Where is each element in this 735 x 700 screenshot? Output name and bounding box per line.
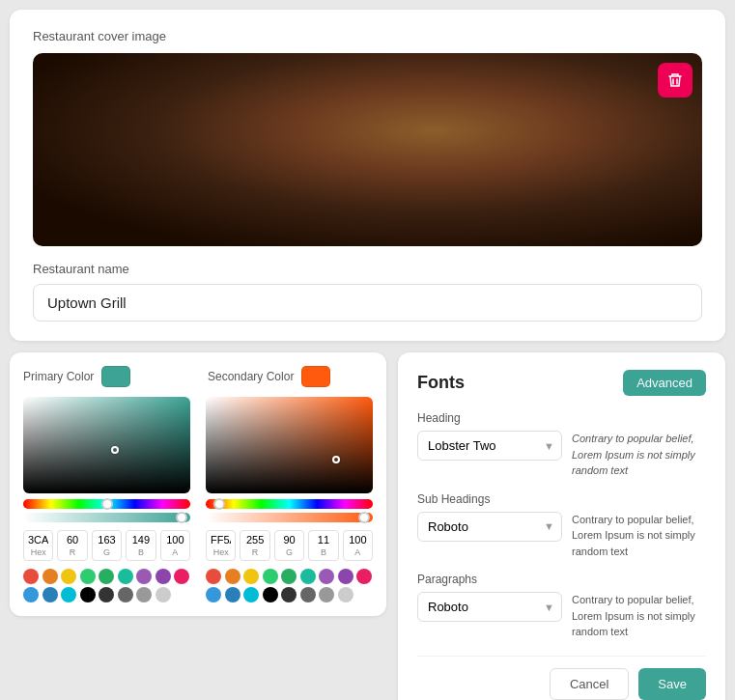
primary-swatch-dot[interactable] xyxy=(118,587,133,602)
primary-g-input[interactable] xyxy=(97,534,117,546)
paragraphs-font-select[interactable]: Roboto xyxy=(417,592,562,622)
secondary-swatch-dot[interactable] xyxy=(243,569,259,584)
secondary-swatch-dot[interactable] xyxy=(263,587,278,602)
save-button[interactable]: Save xyxy=(638,668,706,700)
primary-r-input[interactable] xyxy=(62,534,82,546)
primary-swatch-dot[interactable] xyxy=(99,569,114,584)
heading-select-wrapper: Lobster Two ▼ xyxy=(417,431,562,461)
primary-crosshair xyxy=(111,446,119,454)
primary-swatch-dot[interactable] xyxy=(136,569,152,584)
secondary-swatch-dot[interactable] xyxy=(206,569,221,584)
primary-a-input[interactable] xyxy=(165,534,185,546)
secondary-swatch-dot[interactable] xyxy=(281,569,297,584)
secondary-hue-slider[interactable] xyxy=(206,499,373,509)
paragraphs-select-wrapper: Roboto ▼ xyxy=(417,592,562,622)
primary-alpha-slider[interactable] xyxy=(23,513,190,522)
fonts-panel: Fonts Advanced Heading Lobster Two ▼ Con… xyxy=(398,352,725,700)
primary-swatch-dot[interactable] xyxy=(155,587,171,602)
heading-preview: Contrary to popular belief, Lorem Ipsum … xyxy=(572,431,706,479)
secondary-values-row: Hex R G B A xyxy=(206,530,373,561)
secondary-r-input[interactable] xyxy=(244,534,265,546)
secondary-swatch-dot[interactable] xyxy=(225,587,240,602)
primary-swatch-dot[interactable] xyxy=(136,587,152,602)
secondary-g-input[interactable] xyxy=(279,534,299,546)
primary-swatch-dot[interactable] xyxy=(23,587,39,602)
secondary-gradient-box[interactable] xyxy=(206,397,373,493)
secondary-alpha-thumb xyxy=(358,512,370,523)
delete-image-button[interactable] xyxy=(658,63,693,98)
primary-r-box[interactable]: R xyxy=(57,530,87,561)
paragraphs-preview: Contrary to popular belief, Lorem Ipsum … xyxy=(572,592,706,640)
cancel-button[interactable]: Cancel xyxy=(550,668,629,700)
primary-gradient-box[interactable] xyxy=(23,397,190,493)
secondary-hex-box[interactable]: Hex xyxy=(206,530,236,561)
secondary-swatch-dot[interactable] xyxy=(300,587,316,602)
advanced-button[interactable]: Advanced xyxy=(623,370,706,396)
secondary-b-box[interactable]: B xyxy=(308,530,338,561)
primary-swatch-dot[interactable] xyxy=(61,569,76,584)
primary-swatch-dot[interactable] xyxy=(118,569,133,584)
restaurant-name-input[interactable] xyxy=(33,284,702,322)
primary-swatch-dot[interactable] xyxy=(80,587,96,602)
primary-color-label: Primary Color xyxy=(23,370,94,383)
secondary-swatch-dot[interactable] xyxy=(356,587,372,602)
primary-color-swatch[interactable] xyxy=(101,366,130,387)
primary-hex-input[interactable] xyxy=(28,534,48,546)
primary-swatch-dot[interactable] xyxy=(174,569,189,584)
primary-swatch-dot[interactable] xyxy=(155,569,171,584)
secondary-swatch-dot[interactable] xyxy=(300,569,316,584)
cover-image-container xyxy=(33,53,702,246)
primary-swatches-grid xyxy=(23,569,190,602)
secondary-swatch-dot[interactable] xyxy=(206,587,221,602)
heading-font-section: Heading Lobster Two ▼ Contrary to popula… xyxy=(417,411,706,479)
secondary-swatch-dot[interactable] xyxy=(319,587,334,602)
fonts-footer: Cancel Save xyxy=(417,656,706,700)
primary-color-picker: Hex R G B A xyxy=(23,397,190,602)
heading-font-select[interactable]: Lobster Two xyxy=(417,431,562,461)
primary-swatch-dot[interactable] xyxy=(80,569,96,584)
subheadings-font-select[interactable]: Roboto xyxy=(417,512,562,542)
secondary-a-input[interactable] xyxy=(348,534,368,546)
secondary-r-label: R xyxy=(244,547,265,557)
primary-swatch-dot[interactable] xyxy=(23,569,39,584)
color-pickers-row: Hex R G B A xyxy=(23,397,373,602)
secondary-swatch-dot[interactable] xyxy=(338,569,353,584)
secondary-hex-input[interactable] xyxy=(211,534,231,546)
heading-row: Lobster Two ▼ Contrary to popular belief… xyxy=(417,431,706,479)
secondary-r-box[interactable]: R xyxy=(240,530,269,561)
primary-b-label: B xyxy=(130,547,151,557)
primary-b-box[interactable]: B xyxy=(126,530,155,561)
secondary-swatch-dot[interactable] xyxy=(319,569,334,584)
primary-alpha-thumb xyxy=(176,512,187,523)
primary-swatch-dot[interactable] xyxy=(61,587,76,602)
secondary-color-swatch[interactable] xyxy=(301,366,330,387)
primary-color-header: Primary Color xyxy=(23,366,188,387)
primary-swatch-dot[interactable] xyxy=(174,587,189,602)
primary-a-box[interactable]: A xyxy=(160,530,190,561)
primary-g-box[interactable]: G xyxy=(92,530,122,561)
secondary-hex-label: Hex xyxy=(211,547,231,557)
primary-hex-box[interactable]: Hex xyxy=(23,530,53,561)
bottom-row: Primary Color Secondary Color xyxy=(10,352,725,700)
secondary-swatch-dot[interactable] xyxy=(356,569,372,584)
primary-swatch-dot[interactable] xyxy=(42,587,58,602)
secondary-color-picker: Hex R G B A xyxy=(206,397,373,602)
secondary-b-input[interactable] xyxy=(313,534,333,546)
secondary-swatch-dot[interactable] xyxy=(338,587,353,602)
primary-swatch-dot[interactable] xyxy=(99,587,114,602)
secondary-alpha-slider[interactable] xyxy=(206,513,373,522)
primary-hue-slider[interactable] xyxy=(23,499,190,509)
secondary-swatch-dot[interactable] xyxy=(281,587,297,602)
color-headers: Primary Color Secondary Color xyxy=(23,366,373,387)
primary-b-input[interactable] xyxy=(130,534,151,546)
secondary-color-label: Secondary Color xyxy=(208,370,294,383)
secondary-g-box[interactable]: G xyxy=(274,530,304,561)
secondary-swatch-dot[interactable] xyxy=(243,587,259,602)
secondary-swatch-dot[interactable] xyxy=(263,569,278,584)
main-card: Restaurant cover image Restaurant name xyxy=(10,10,725,341)
secondary-swatch-dot[interactable] xyxy=(225,569,240,584)
fonts-title: Fonts xyxy=(417,373,465,393)
primary-g-label: G xyxy=(97,547,117,557)
primary-swatch-dot[interactable] xyxy=(42,569,58,584)
secondary-a-box[interactable]: A xyxy=(343,530,373,561)
